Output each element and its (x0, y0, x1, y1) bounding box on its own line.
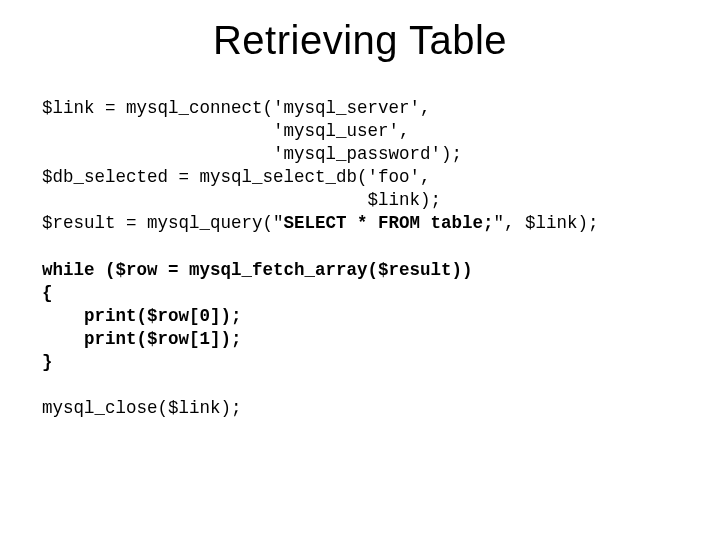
code-line-6-suffix: ", $link); (494, 213, 599, 233)
slide-title: Retrieving Table (42, 18, 678, 63)
code-line-brace-open: { (42, 283, 53, 303)
code-line-3: 'mysql_password'); (42, 144, 462, 164)
code-line-print-0: print($row[0]); (42, 306, 242, 326)
code-block: $link = mysql_connect('mysql_server', 'm… (42, 97, 678, 420)
slide: Retrieving Table $link = mysql_connect('… (0, 0, 720, 540)
code-line-close: mysql_close($link); (42, 398, 242, 418)
code-line-1: $link = mysql_connect('mysql_server', (42, 98, 431, 118)
code-line-2: 'mysql_user', (42, 121, 410, 141)
code-line-5: $link); (42, 190, 441, 210)
code-line-4: $db_selected = mysql_select_db('foo', (42, 167, 431, 187)
code-line-brace-close: } (42, 352, 53, 372)
code-line-print-1: print($row[1]); (42, 329, 242, 349)
code-line-6-sql: SELECT * FROM table; (284, 213, 494, 233)
code-line-while: while ($row = mysql_fetch_array($result)… (42, 260, 473, 280)
code-line-6-prefix: $result = mysql_query(" (42, 213, 284, 233)
